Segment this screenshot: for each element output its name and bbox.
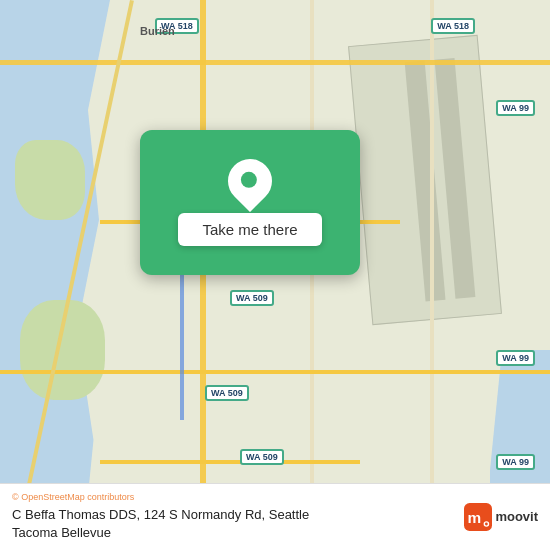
location-pin-icon bbox=[228, 159, 272, 203]
location-info: © OpenStreetMap contributors C Beffa Tho… bbox=[12, 492, 454, 542]
badge-wa509-3: WA 509 bbox=[240, 449, 284, 465]
moovit-logo[interactable]: m moovit bbox=[464, 503, 538, 531]
pin-inner-circle bbox=[241, 172, 257, 188]
road-horizontal-top bbox=[0, 60, 550, 65]
badge-wa509-2: WA 509 bbox=[205, 385, 249, 401]
map-container: WA 518 WA 518 WA 99 WA 99 WA 99 WA 509 W… bbox=[0, 0, 550, 550]
city-label: Burien bbox=[140, 25, 175, 37]
badge-wa509-1: WA 509 bbox=[230, 290, 274, 306]
badge-wa99-3: WA 99 bbox=[496, 454, 535, 470]
badge-wa518-2: WA 518 bbox=[431, 18, 475, 34]
take-me-there-button[interactable]: Take me there bbox=[178, 213, 321, 246]
park-area-1 bbox=[15, 140, 85, 220]
pin-shape bbox=[219, 150, 281, 212]
osm-credit: © OpenStreetMap contributors bbox=[12, 492, 454, 502]
svg-text:m: m bbox=[468, 508, 482, 525]
svg-point-4 bbox=[485, 522, 488, 525]
road-vertical-2 bbox=[310, 0, 314, 550]
location-line-1: C Beffa Thomas DDS, 124 S Normandy Rd, S… bbox=[12, 506, 454, 524]
road-horizontal-4 bbox=[100, 460, 360, 464]
road-horizontal-3 bbox=[0, 370, 550, 374]
action-card: Take me there bbox=[140, 130, 360, 275]
airport-area bbox=[348, 35, 502, 325]
road-vertical-main bbox=[200, 0, 206, 550]
badge-wa99-2: WA 99 bbox=[496, 350, 535, 366]
badge-wa99-1: WA 99 bbox=[496, 100, 535, 116]
moovit-icon: m bbox=[464, 503, 492, 531]
osm-prefix: © bbox=[12, 492, 21, 502]
location-line-2: Tacoma Bellevue bbox=[12, 524, 454, 542]
osm-link[interactable]: OpenStreetMap contributors bbox=[21, 492, 134, 502]
bottom-info-bar: © OpenStreetMap contributors C Beffa Tho… bbox=[0, 483, 550, 550]
moovit-label: moovit bbox=[495, 509, 538, 524]
road-vertical-3 bbox=[430, 0, 434, 550]
